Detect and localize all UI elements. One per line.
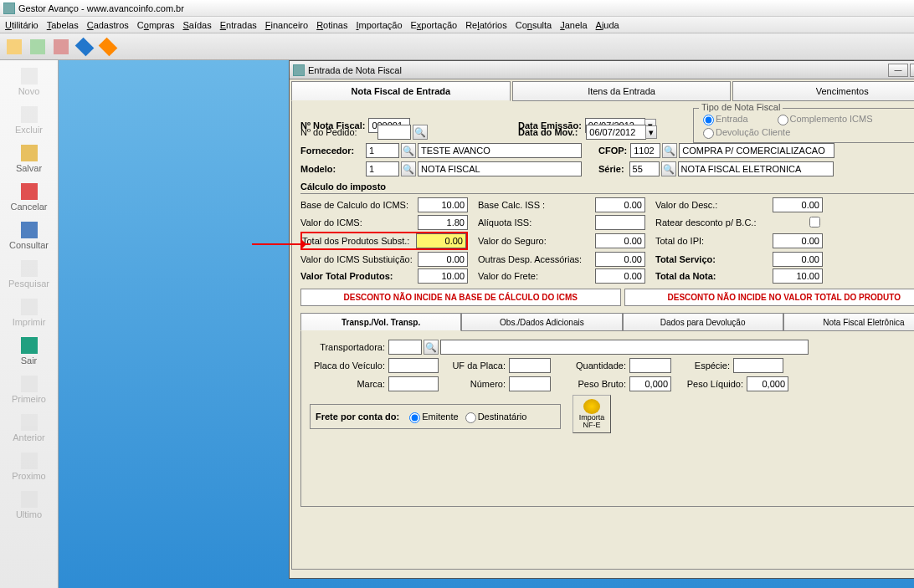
toolbar-btn-1[interactable] bbox=[3, 36, 25, 58]
input-cfop-code[interactable] bbox=[630, 143, 660, 158]
calc-row-13: Valor do Frete: bbox=[478, 268, 645, 284]
lookup-transportadora[interactable]: 🔍 bbox=[424, 340, 439, 355]
minimize-button[interactable]: — bbox=[888, 64, 908, 77]
lbl-placa: Placa do Veículo: bbox=[310, 360, 385, 371]
input-numero[interactable] bbox=[509, 376, 551, 391]
tab-nota-fiscal-entrada[interactable]: Nota Fiscal de Entrada bbox=[291, 81, 511, 101]
input-calc-10[interactable] bbox=[595, 252, 645, 267]
lbl-peso-bruto: Peso Bruto: bbox=[559, 379, 626, 389]
menu-ajuda[interactable]: Ajuda bbox=[596, 20, 619, 30]
radio-devolucao[interactable] bbox=[703, 128, 714, 139]
input-peso-bruto[interactable] bbox=[629, 376, 671, 391]
menu-importacao[interactable]: Importação bbox=[356, 20, 402, 30]
dropdown-data-mov[interactable]: ▾ bbox=[645, 125, 657, 139]
input-especie[interactable] bbox=[733, 358, 783, 373]
tab-itens-entrada[interactable]: Itens da Entrada bbox=[512, 81, 732, 101]
input-peso-liq[interactable] bbox=[747, 376, 788, 391]
lookup-pedido[interactable]: 🔍 bbox=[413, 125, 428, 140]
toolbar-btn-gem-orange[interactable] bbox=[97, 36, 119, 58]
maximize-button[interactable]: ☐ bbox=[910, 64, 914, 77]
sidebar-btn-proximo: Proximo bbox=[4, 448, 54, 485]
header-panel: Nº Nota Fiscal: Data Emissão: ▾ Tipo de … bbox=[291, 101, 914, 570]
toolbar-btn-gem-blue[interactable] bbox=[74, 36, 95, 58]
menu-financeiro[interactable]: Financeiro bbox=[265, 20, 308, 30]
radio-complemento[interactable] bbox=[778, 115, 788, 125]
input-calc-0[interactable] bbox=[418, 197, 468, 212]
menu-relatorios[interactable]: Relatórios bbox=[465, 20, 507, 30]
input-calc-2[interactable] bbox=[773, 197, 823, 212]
input-fornecedor-code[interactable] bbox=[366, 143, 399, 158]
input-calc-6[interactable] bbox=[416, 233, 466, 248]
sidebar-btn-cancelar[interactable]: Cancelar bbox=[4, 179, 54, 216]
checkbox-ratear[interactable] bbox=[809, 217, 820, 228]
sidebar-icon bbox=[21, 453, 38, 469]
input-transportadora-code[interactable] bbox=[388, 340, 422, 355]
app-titlebar: Gestor Avanço - www.avancoinfo.com.br bbox=[0, 0, 914, 17]
input-calc-11[interactable] bbox=[773, 252, 823, 267]
main-tabs: Nota Fiscal de Entrada Itens da Entrada … bbox=[291, 81, 914, 101]
sidebar-btn-salvar[interactable]: Salvar bbox=[4, 141, 54, 177]
input-placa[interactable] bbox=[388, 358, 439, 373]
menu-exportacao[interactable]: Exportação bbox=[411, 20, 458, 30]
toolbar-btn-2[interactable] bbox=[27, 36, 49, 58]
menu-compras[interactable]: Compras bbox=[137, 20, 175, 30]
sidebar-btn-primeiro: Primeiro bbox=[4, 371, 54, 408]
lbl-modelo: Modelo: bbox=[300, 164, 362, 174]
subtab-obs[interactable]: Obs./Dados Adicionais bbox=[461, 313, 622, 331]
sub-tabs: Transp./Vol. Transp. Obs./Dados Adiciona… bbox=[300, 313, 914, 331]
sidebar-icon bbox=[21, 106, 38, 123]
lbl-num-pedido: Nº do Pedido: bbox=[300, 127, 357, 137]
lookup-modelo[interactable]: 🔍 bbox=[401, 161, 416, 176]
input-uf[interactable] bbox=[509, 358, 551, 373]
tab-vencimentos[interactable]: Vencimentos bbox=[732, 81, 914, 101]
subpanel-transportadora: Transportadora: 🔍 Placa do Veículo: UF d… bbox=[300, 331, 914, 507]
input-calc-3[interactable] bbox=[418, 215, 468, 230]
input-marca[interactable] bbox=[388, 376, 439, 391]
lookup-cfop[interactable]: 🔍 bbox=[662, 143, 677, 158]
sidebar-btn-consultar[interactable]: Consultar bbox=[4, 217, 54, 254]
menu-saidas[interactable]: Saídas bbox=[182, 20, 211, 30]
input-calc-14[interactable] bbox=[773, 268, 823, 284]
sidebar-btn-sair[interactable]: Sair bbox=[4, 333, 54, 370]
input-calc-8[interactable] bbox=[773, 233, 823, 248]
calc-row-0: Base de Calculo do ICMS: bbox=[300, 197, 468, 212]
warning-2: DESCONTO NÃO INCIDE NO VALOR TOTAL DO PR… bbox=[624, 289, 915, 306]
input-num-pedido[interactable] bbox=[377, 125, 411, 140]
input-calc-7[interactable] bbox=[595, 233, 645, 248]
subtab-nfe[interactable]: Nota Fiscal Eletrônica bbox=[783, 313, 914, 331]
warning-1: DESCONTO NÃO INCIDE NA BASE DE CÁLCULO D… bbox=[300, 289, 621, 306]
lbl-uf: UF da Placa: bbox=[447, 360, 506, 371]
input-calc-9[interactable] bbox=[418, 252, 468, 267]
input-data-mov[interactable] bbox=[586, 125, 646, 140]
subtab-devolucao[interactable]: Dados para Devolução bbox=[623, 313, 783, 331]
lookup-fornecedor[interactable]: 🔍 bbox=[401, 143, 416, 158]
sidebar-icon bbox=[21, 491, 38, 508]
input-calc-13[interactable] bbox=[595, 268, 645, 284]
input-calc-4[interactable] bbox=[595, 215, 645, 230]
menu-consulta[interactable]: Consulta bbox=[516, 20, 552, 30]
input-calc-12[interactable] bbox=[418, 268, 468, 284]
lbl-qtd: Quantidade: bbox=[559, 360, 626, 371]
radio-entrada[interactable] bbox=[703, 115, 714, 125]
lbl-frete: Frete por conta do: bbox=[316, 412, 399, 422]
calc-row-6: Total dos Produtos Subst.: bbox=[300, 232, 468, 250]
lookup-serie[interactable]: 🔍 bbox=[661, 161, 676, 176]
button-importa-nfe[interactable]: Importa NF-E bbox=[573, 395, 611, 433]
input-calc-1[interactable] bbox=[595, 197, 645, 212]
menu-janela[interactable]: Janela bbox=[560, 20, 587, 30]
input-modelo-code[interactable] bbox=[366, 161, 399, 176]
menu-cadastros[interactable]: Cadastros bbox=[87, 20, 129, 30]
toolbar-btn-3[interactable] bbox=[50, 36, 72, 58]
sidebar-icon bbox=[21, 260, 38, 277]
radio-emitente[interactable] bbox=[409, 412, 420, 423]
subtab-transportadora[interactable]: Transp./Vol. Transp. bbox=[300, 313, 461, 331]
menu-entradas[interactable]: Entradas bbox=[220, 20, 257, 30]
menu-rotinas[interactable]: Rotinas bbox=[316, 20, 347, 30]
input-serie-code[interactable] bbox=[629, 161, 660, 176]
menu-utilitario[interactable]: Utilitário bbox=[5, 20, 39, 30]
input-qtd[interactable] bbox=[629, 358, 671, 373]
menu-tabelas[interactable]: Tabelas bbox=[47, 20, 79, 30]
sidebar-btn-excluir: Excluir bbox=[4, 102, 54, 139]
calc-row-3: Valor do ICMS: bbox=[300, 214, 468, 230]
radio-destinatario[interactable] bbox=[465, 412, 476, 423]
